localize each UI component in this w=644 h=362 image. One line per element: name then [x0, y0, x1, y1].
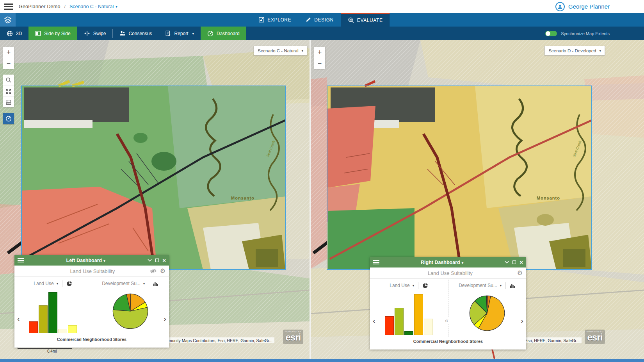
visibility-off-icon[interactable] [150, 268, 157, 274]
right-pie-chart[interactable] [468, 294, 506, 332]
dashboard-menu-icon[interactable] [18, 258, 24, 262]
user-avatar[interactable] [555, 2, 565, 11]
left-selection-extent[interactable] [21, 86, 285, 269]
widget-settings-icon[interactable]: ⚙ [160, 268, 165, 274]
caret-down-icon: ▾ [103, 259, 105, 263]
maximize-panel-button[interactable] [155, 259, 159, 262]
close-panel-button[interactable]: × [162, 257, 166, 263]
right-dashboard-title: Right Dashboard [421, 260, 460, 265]
maximize-panel-button[interactable] [512, 260, 516, 264]
measure-button[interactable] [3, 96, 14, 107]
widget-divider [92, 278, 92, 335]
collapse-panel-button[interactable] [148, 259, 152, 262]
side-by-side-button-label: Side by Side [44, 31, 70, 36]
tab-evaluate-label: EVALUATE [357, 18, 383, 23]
left-bar-chart[interactable] [27, 292, 79, 333]
caret-down-icon: ▾ [57, 282, 59, 285]
tab-design[interactable]: DESIGN [298, 13, 341, 27]
sync-extents-control: Synchronize Map Extents [545, 27, 610, 40]
right-dashboard-charts: Land Use ▾ « Development Su... ▾ [370, 279, 526, 339]
zoom-in-button[interactable]: + [314, 47, 325, 58]
zoom-out-button[interactable]: − [3, 58, 14, 69]
widget-settings-icon[interactable]: ⚙ [517, 270, 523, 276]
right-bar-chart[interactable] [383, 294, 435, 335]
collapse-widget-icon[interactable]: « [445, 317, 448, 324]
mode-tabs: EXPLORE DESIGN EVALUATE [251, 13, 390, 27]
layers-button[interactable] [0, 13, 16, 27]
chevron-down-icon [148, 259, 152, 262]
scenario-breadcrumb-label: Scenario C - Natural [69, 4, 114, 9]
breadcrumb-separator: / [64, 4, 66, 9]
left-scenario-selector-label: Scenario C - Natural [258, 48, 298, 53]
dashboard-tool-button[interactable] [3, 113, 14, 124]
search-button[interactable] [3, 75, 14, 86]
globe-icon [7, 30, 13, 37]
side-by-side-button[interactable]: Side by Side [28, 27, 77, 40]
left-dashboard-title-dropdown[interactable]: Left Dashboard▾ [24, 258, 148, 263]
right-esri-logo: Powered by esri [585, 330, 605, 344]
bar-segment [414, 294, 423, 335]
user-name[interactable]: George Planner [568, 3, 610, 10]
expand-arrows-icon [5, 88, 12, 95]
dashboard-menu-icon[interactable] [373, 260, 379, 264]
evaluate-toolbar: 3D Side by Side Swipe Consensus Report ▾… [0, 27, 644, 40]
bar-segment [29, 321, 38, 333]
left-map: Monsanto Seal Creek + − [0, 40, 310, 359]
carousel-prev-icon[interactable]: ‹ [373, 316, 375, 325]
left-esri-logo: Powered by esri [283, 330, 303, 344]
left-pie-chart[interactable] [112, 292, 149, 330]
tab-evaluate[interactable]: EVALUATE [341, 13, 390, 27]
left-scenario-selector[interactable]: Scenario C - Natural ▾ [254, 46, 307, 55]
right-widget1-title[interactable]: Land Use [390, 283, 409, 288]
right-dashboard-subheader: Land Use Suitability ⚙ [370, 267, 526, 279]
3d-button[interactable]: 3D [0, 27, 28, 40]
bar-segment [68, 325, 77, 333]
carousel-next-icon[interactable]: › [521, 316, 523, 325]
pencil-icon [305, 17, 311, 23]
left-dashboard-header[interactable]: Left Dashboard▾ × [14, 255, 169, 266]
right-scenario-selector[interactable]: Scenario D - Developed ▾ [544, 46, 605, 55]
search-icon [5, 77, 12, 83]
left-widget2-title[interactable]: Development Su... [102, 281, 141, 286]
pie-chart-toggle-icon[interactable] [422, 283, 428, 289]
bar-chart-toggle-icon[interactable] [510, 283, 516, 289]
right-dashboard-title-dropdown[interactable]: Right Dashboard▾ [379, 260, 505, 265]
close-panel-button[interactable]: × [519, 259, 523, 265]
zoom-out-button[interactable]: − [314, 58, 325, 69]
right-scenario-selector-label: Scenario D - Developed [548, 48, 596, 53]
measure-icon [5, 99, 12, 105]
sync-extents-toggle[interactable] [545, 31, 557, 36]
swipe-button[interactable]: Swipe [77, 27, 113, 40]
app-title: GeoPlanner Demo [19, 4, 60, 9]
collapse-panel-button[interactable] [505, 261, 509, 264]
app-menu-icon[interactable] [4, 4, 13, 10]
right-map: Monsanto Seal Creek + − Scenario D - Dev… [311, 40, 644, 359]
right-selection-extent[interactable] [327, 86, 592, 269]
full-extent-button[interactable] [3, 86, 14, 96]
left-widget1-title[interactable]: Land Use [34, 281, 53, 286]
bar-chart-toggle-icon[interactable] [153, 281, 159, 287]
left-dashboard-panel: Left Dashboard▾ × Land Use Suitability [14, 255, 169, 348]
right-widget2-title[interactable]: Development Su... [459, 283, 497, 288]
dashboard-button[interactable]: Dashboard [201, 27, 246, 40]
report-button-label: Report [174, 31, 188, 36]
right-dashboard-header[interactable]: Right Dashboard▾ × [370, 257, 526, 267]
caret-down-icon: ▾ [301, 49, 303, 53]
tab-design-label: DESIGN [314, 17, 334, 23]
person-icon [557, 4, 563, 9]
carousel-next-icon[interactable]: › [164, 314, 166, 323]
bar-segment [58, 329, 67, 333]
bottom-edge-strip [0, 359, 644, 362]
zoom-in-button[interactable]: + [3, 47, 14, 58]
bar-segment [385, 316, 394, 335]
right-dashboard-panel: Right Dashboard▾ × Land Use Suitability [370, 257, 526, 350]
tab-explore[interactable]: EXPLORE [251, 13, 298, 27]
report-button[interactable]: Report ▾ [158, 27, 201, 40]
powered-by-label: Powered by [285, 331, 301, 333]
pie-chart-toggle-icon[interactable] [66, 281, 72, 287]
scenario-breadcrumb-dropdown[interactable]: Scenario C - Natural ▾ [69, 4, 117, 9]
3d-button-label: 3D [16, 31, 22, 36]
bar-segment [48, 292, 57, 333]
consensus-button[interactable]: Consensus [113, 27, 158, 40]
carousel-prev-icon[interactable]: ‹ [17, 314, 20, 323]
